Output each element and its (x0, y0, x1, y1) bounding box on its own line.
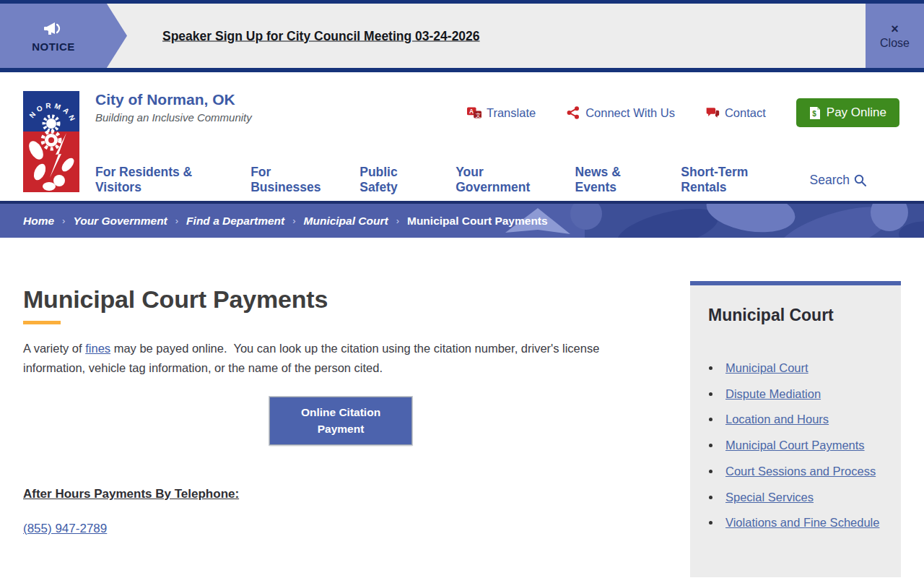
nav-for-businesses[interactable]: For Businesses (250, 165, 334, 195)
utility-links: A 文 Translate (467, 91, 901, 127)
list-item: Location and Hours (721, 410, 884, 429)
breadcrumb-home[interactable]: Home (23, 215, 54, 228)
sidebar-link-violations-and-fine-schedule[interactable]: Violations and Fine Schedule (725, 516, 879, 529)
sidebar-municipal-court: Municipal Court Municipal Court Dispute … (690, 281, 901, 577)
sidebar-link-list: Municipal Court Dispute Mediation Locati… (721, 358, 884, 532)
notice-link[interactable]: Speaker Sign Up for City Council Meeting… (162, 28, 480, 43)
online-citation-payment-button[interactable]: Online Citation Payment (269, 397, 412, 445)
breadcrumb-your-government[interactable]: Your Government (73, 215, 167, 228)
list-item: Dispute Mediation (721, 384, 884, 404)
close-button[interactable]: × Close (866, 4, 924, 68)
notice-chevron: NOTICE (0, 4, 127, 68)
sidebar-title: Municipal Court (708, 306, 884, 325)
search-icon (854, 174, 866, 186)
nav-news-events[interactable]: News & Events (575, 165, 655, 195)
sidebar-link-special-services[interactable]: Special Services (725, 491, 814, 504)
nav-for-residents-visitors[interactable]: For Residents & Visitors (95, 165, 225, 195)
contact-link[interactable]: Contact (705, 105, 766, 120)
main-column: Municipal Court Payments A variety of fi… (23, 285, 673, 577)
sidebar-link-municipal-court[interactable]: Municipal Court (725, 361, 808, 374)
sidebar-link-court-sessions-and-process[interactable]: Court Sessions and Process (725, 465, 876, 478)
connect-with-us-link[interactable]: Connect With Us (566, 105, 675, 120)
translate-icon: A 文 (467, 105, 481, 120)
brand-block: City of Norman, OK Building an Inclusive… (95, 91, 252, 124)
chat-bubbles-icon (705, 105, 720, 120)
list-item: Municipal Court Payments (721, 436, 884, 455)
share-icon (566, 105, 580, 120)
translate-label: Translate (487, 106, 536, 120)
breadcrumb: Home › Your Government › Find a Departme… (23, 204, 901, 238)
intro-paragraph: A variety of fines may be payed online. … (23, 339, 661, 378)
site-tagline: Building an Inclusive Community (95, 111, 252, 124)
breadcrumb-municipal-court[interactable]: Municipal Court (304, 215, 388, 228)
after-hours-phone-link[interactable]: (855) 947-2789 (23, 522, 107, 536)
search-button[interactable]: Search (810, 173, 866, 188)
notice-label: NOTICE (32, 40, 75, 53)
search-label: Search (810, 173, 850, 188)
main-nav: For Residents & Visitors For Businesses … (95, 165, 901, 195)
svg-text:$: $ (812, 110, 816, 118)
close-icon: × (891, 22, 899, 38)
nav-public-safety[interactable]: Public Safety (359, 165, 430, 195)
page-title: Municipal Court Payments (23, 285, 673, 314)
breadcrumb-find-a-department[interactable]: Find a Department (186, 215, 284, 228)
sidebar-link-dispute-mediation[interactable]: Dispute Mediation (725, 387, 821, 400)
pay-online-label: Pay Online (827, 105, 886, 120)
nav-your-government[interactable]: Your Government (456, 165, 549, 195)
sidebar-link-location-and-hours[interactable]: Location and Hours (725, 413, 829, 426)
svg-text:A: A (469, 108, 474, 115)
svg-text:文: 文 (476, 112, 481, 118)
notice-bar: NOTICE Speaker Sign Up for City Council … (0, 0, 924, 72)
close-label: Close (880, 37, 910, 50)
sidebar-link-municipal-court-payments[interactable]: Municipal Court Payments (725, 439, 865, 452)
chevron-right-icon: › (175, 215, 178, 226)
site-title: City of Norman, OK (95, 91, 252, 108)
breadcrumb-bar: Home › Your Government › Find a Departme… (0, 201, 924, 238)
translate-link[interactable]: A 文 Translate (467, 105, 536, 120)
content-area: Municipal Court Payments A variety of fi… (23, 238, 901, 577)
chevron-right-icon: › (396, 215, 399, 226)
connect-with-us-label: Connect With Us (585, 106, 675, 120)
megaphone-icon (43, 20, 64, 38)
list-item: Violations and Fine Schedule (721, 513, 884, 532)
after-hours-heading: After Hours Payments By Telephone: (23, 487, 673, 501)
city-of-norman-logo[interactable]: NORMAN (23, 91, 79, 192)
list-item: Court Sessions and Process (721, 462, 884, 481)
list-item: Municipal Court (721, 358, 884, 378)
cta-wrapper: Online Citation Payment (23, 397, 658, 445)
pay-online-button[interactable]: $ Pay Online (796, 98, 899, 127)
bill-icon: $ (809, 106, 821, 120)
title-accent-rule (23, 321, 61, 324)
contact-label: Contact (725, 106, 766, 120)
chevron-right-icon: › (292, 215, 295, 226)
site-header: NORMAN City o (0, 72, 924, 201)
list-item: Special Services (721, 488, 884, 507)
intro-text-before: A variety of (23, 342, 85, 355)
chevron-right-icon: › (62, 215, 65, 226)
breadcrumb-current-page: Municipal Court Payments (407, 215, 548, 228)
page: NOTICE Speaker Sign Up for City Council … (0, 0, 924, 577)
fines-link[interactable]: fines (85, 342, 110, 355)
nav-short-term-rentals[interactable]: Short-Term Rentals (681, 165, 783, 195)
